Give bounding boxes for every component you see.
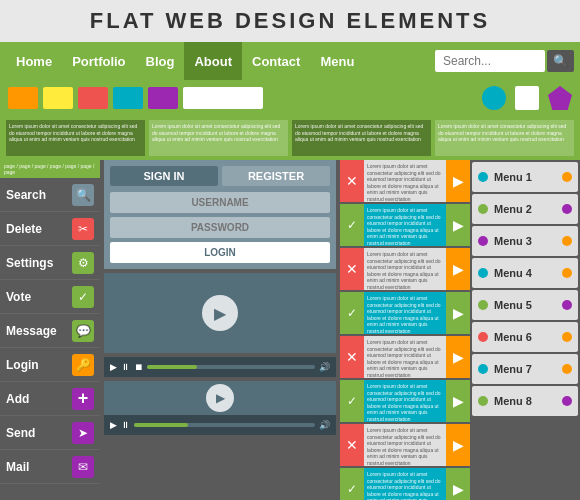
- x-mark-3[interactable]: ✕: [340, 248, 364, 290]
- sidebar-item-vote[interactable]: Vote ✓: [0, 280, 100, 314]
- volume-icon[interactable]: 🔊: [319, 362, 330, 372]
- left-sidebar: page / page / page / page / page / page …: [0, 160, 100, 500]
- mail-icon: ✉: [72, 456, 94, 478]
- check-mark-4[interactable]: ✓: [340, 292, 364, 334]
- pause-ctrl[interactable]: ⏸: [121, 362, 130, 372]
- password-input[interactable]: [110, 217, 330, 238]
- search-icon: 🔍: [72, 184, 94, 206]
- menu-label-5: Menu 5: [494, 299, 556, 311]
- menu-item-5[interactable]: Menu 5: [472, 290, 578, 320]
- content-block-1: ✕ Lorem ipsum dolor sit amet consectetur…: [340, 160, 470, 202]
- sidebar-label-add: Add: [6, 392, 68, 406]
- add-icon: +: [72, 388, 94, 410]
- nav-portfolio[interactable]: Portfolio: [62, 42, 135, 80]
- text-block-2: Lorem ipsum dolor sit amet consectetur a…: [149, 120, 288, 156]
- check-mark-8[interactable]: ✓: [340, 468, 364, 500]
- play-ctrl[interactable]: ▶: [110, 362, 117, 372]
- check-mark-2[interactable]: ✓: [340, 204, 364, 246]
- sidebar-item-mail[interactable]: Mail ✉: [0, 450, 100, 484]
- menu-item-1[interactable]: Menu 1: [472, 162, 578, 192]
- volume-icon-2[interactable]: 🔊: [319, 420, 330, 430]
- sidebar-item-search[interactable]: Search 🔍: [0, 178, 100, 212]
- swatch-yellow[interactable]: [43, 87, 73, 109]
- sidebar-item-settings[interactable]: Settings ⚙: [0, 246, 100, 280]
- swatch-red[interactable]: [78, 87, 108, 109]
- arrow-8[interactable]: ▶: [446, 468, 470, 500]
- menu-end-dot-2: [562, 204, 572, 214]
- swatch-pentagon-purple[interactable]: [548, 86, 572, 110]
- content-block-5: ✕ Lorem ipsum dolor sit amet consectetur…: [340, 336, 470, 378]
- text-block-1: Lorem ipsum dolor sit amet consectetur a…: [6, 120, 145, 156]
- pause-ctrl-2[interactable]: ⏸: [121, 420, 130, 430]
- x-mark-5[interactable]: ✕: [340, 336, 364, 378]
- progress-fill-2: [134, 423, 188, 427]
- nav-about[interactable]: About: [184, 42, 242, 80]
- menu-item-8[interactable]: Menu 8: [472, 386, 578, 416]
- register-tab[interactable]: REGISTER: [222, 166, 330, 186]
- sidebar-label-settings: Settings: [6, 256, 68, 270]
- nav-home[interactable]: Home: [6, 42, 62, 80]
- sidebar-label-delete: Delete: [6, 222, 68, 236]
- play-ctrl-2[interactable]: ▶: [110, 420, 117, 430]
- play-button[interactable]: ▶: [202, 295, 238, 331]
- right-content-area: ✕ Lorem ipsum dolor sit amet consectetur…: [340, 160, 470, 500]
- content-text-5: Lorem ipsum dolor sit amet consectetur a…: [364, 336, 446, 378]
- menu-item-4[interactable]: Menu 4: [472, 258, 578, 288]
- color-input[interactable]: [183, 87, 263, 109]
- nav-search-input[interactable]: [435, 50, 545, 72]
- sidebar-item-send[interactable]: Send ➤: [0, 416, 100, 450]
- menu-item-2[interactable]: Menu 2: [472, 194, 578, 224]
- sign-in-tab[interactable]: SIGN IN: [110, 166, 218, 186]
- content-block-6: ✓ Lorem ipsum dolor sit amet consectetur…: [340, 380, 470, 422]
- progress-bar-2[interactable]: [134, 423, 315, 427]
- check-mark-6[interactable]: ✓: [340, 380, 364, 422]
- menu-item-3[interactable]: Menu 3: [472, 226, 578, 256]
- arrow-7[interactable]: ▶: [446, 424, 470, 466]
- delete-icon: ✂: [72, 218, 94, 240]
- sidebar-item-message[interactable]: Message 💬: [0, 314, 100, 348]
- menu-end-dot-1: [562, 172, 572, 182]
- sidebar-item-login[interactable]: Login 🔑: [0, 348, 100, 382]
- search-icon[interactable]: 🔍: [547, 50, 574, 72]
- progress-bar[interactable]: [147, 365, 315, 369]
- menu-label-1: Menu 1: [494, 171, 556, 183]
- nav-blog[interactable]: Blog: [136, 42, 185, 80]
- play-button-2[interactable]: ▶: [206, 384, 234, 412]
- swatch-circle-teal[interactable]: [482, 86, 506, 110]
- page-title: FLAT WEB DESIGN ELEMENTS: [0, 0, 580, 42]
- swatches-row: [0, 80, 580, 116]
- swatch-orange[interactable]: [8, 87, 38, 109]
- sidebar-label-message: Message: [6, 324, 68, 338]
- sidebar-item-delete[interactable]: Delete ✂: [0, 212, 100, 246]
- sidebar-label-login: Login: [6, 358, 68, 372]
- x-mark-1[interactable]: ✕: [340, 160, 364, 202]
- menu-end-dot-6: [562, 332, 572, 342]
- stop-ctrl[interactable]: ⏹: [134, 362, 143, 372]
- arrow-3[interactable]: ▶: [446, 248, 470, 290]
- sidebar-label-vote: Vote: [6, 290, 68, 304]
- arrow-4[interactable]: ▶: [446, 292, 470, 334]
- arrow-1[interactable]: ▶: [446, 160, 470, 202]
- arrow-5[interactable]: ▶: [446, 336, 470, 378]
- menu-label-3: Menu 3: [494, 235, 556, 247]
- login-icon: 🔑: [72, 354, 94, 376]
- menu-item-6[interactable]: Menu 6: [472, 322, 578, 352]
- login-form: SIGN IN REGISTER LOGIN: [104, 160, 336, 269]
- video-controls: ▶ ⏸ ⏹ 🔊: [104, 357, 336, 377]
- login-button[interactable]: LOGIN: [110, 242, 330, 263]
- swatch-teal[interactable]: [113, 87, 143, 109]
- swatch-square-white[interactable]: [515, 86, 539, 110]
- menu-item-7[interactable]: Menu 7: [472, 354, 578, 384]
- text-block-4: Lorem ipsum dolor sit amet consectetur a…: [435, 120, 574, 156]
- x-mark-7[interactable]: ✕: [340, 424, 364, 466]
- nav-contact[interactable]: Contact: [242, 42, 310, 80]
- arrow-2[interactable]: ▶: [446, 204, 470, 246]
- arrow-6[interactable]: ▶: [446, 380, 470, 422]
- progress-fill: [147, 365, 197, 369]
- content-text-1: Lorem ipsum dolor sit amet consectetur a…: [364, 160, 446, 202]
- swatch-purple[interactable]: [148, 87, 178, 109]
- nav-menu[interactable]: Menu: [310, 42, 364, 80]
- username-input[interactable]: [110, 192, 330, 213]
- content-text-2: Lorem ipsum dolor sit amet consectetur a…: [364, 204, 446, 246]
- sidebar-item-add[interactable]: Add +: [0, 382, 100, 416]
